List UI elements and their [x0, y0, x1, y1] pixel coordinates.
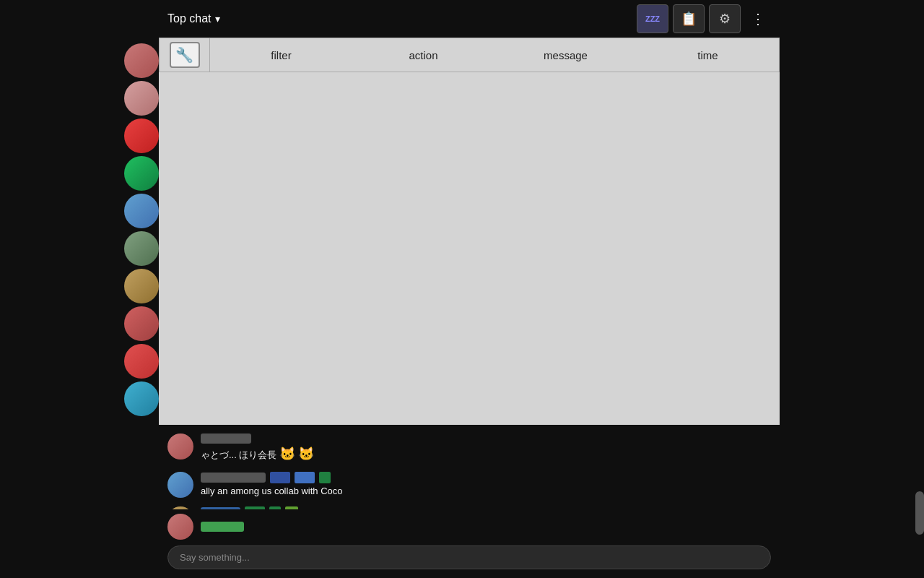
messages-area[interactable]: ゃとづ... ほり会長 🐱 🐱 ally an among us collab …: [159, 425, 780, 509]
message-text: ally an among us collab with Coco: [201, 485, 771, 498]
sidebar-avatar: [124, 118, 159, 153]
sleep-icon: ZZZ: [645, 14, 660, 23]
top-bar: Top chat ▾ ZZZ 📋 ⚙ ⋮: [159, 0, 780, 38]
username: [201, 522, 244, 532]
sidebar-avatar: [124, 43, 159, 78]
avatar: [167, 434, 193, 460]
username: [201, 473, 266, 483]
top-bar-actions: ZZZ 📋 ⚙ ⋮: [637, 4, 771, 33]
filter-panel: 🔧 filter action message time: [159, 38, 780, 425]
filter-icon-button[interactable]: 🔧: [170, 42, 200, 68]
chat-panel: Top chat ▾ ZZZ 📋 ⚙ ⋮ 🔧 filter action: [159, 0, 780, 578]
filter-col-message: message: [494, 38, 637, 72]
sidebar-avatar: [124, 81, 159, 116]
notes-icon: 📋: [681, 11, 697, 27]
sidebar-avatar: [124, 194, 159, 228]
badge: [270, 472, 290, 483]
message-content: ゃとづ... ほり会長 🐱 🐱: [201, 434, 771, 463]
message-content: ally an among us collab with Coco: [201, 472, 771, 498]
sidebar-avatar: [124, 306, 159, 341]
right-panel: [780, 0, 924, 578]
chat-message: ゃとづ... ほり会長 🐱 🐱: [159, 428, 780, 467]
avatar: [167, 472, 193, 498]
filter-body: [159, 72, 780, 425]
dropdown-arrow-icon: ▾: [215, 13, 220, 25]
sidebar-avatar: [124, 344, 159, 379]
chat-input[interactable]: Say something...: [167, 545, 771, 569]
partial-user-row: [159, 509, 780, 540]
sidebar-avatar: [124, 381, 159, 416]
username-row: [201, 472, 771, 483]
input-placeholder: Say something...: [180, 552, 250, 563]
chat-message: ally an among us collab with Coco: [159, 467, 780, 502]
more-options-button[interactable]: ⋮: [745, 7, 771, 30]
user-name-col: [201, 522, 771, 532]
badge: [295, 472, 315, 483]
filter-col-time: time: [637, 38, 779, 72]
filter-col-action: action: [352, 38, 494, 72]
top-chat-label[interactable]: Top chat ▾: [167, 12, 220, 25]
filter-tool-icon: 🔧: [175, 46, 193, 64]
sidebar: [0, 0, 159, 578]
notes-button[interactable]: 📋: [673, 4, 705, 33]
username-row: [201, 434, 771, 444]
top-chat-title: Top chat: [167, 12, 211, 25]
sidebar-avatar: [124, 156, 159, 191]
scrollbar[interactable]: [915, 491, 924, 535]
chat-message: ah, i hope still still knows how to play…: [159, 502, 780, 509]
settings-button[interactable]: ⚙: [709, 4, 741, 33]
sidebar-avatar: [124, 269, 159, 303]
message-text: ゃとづ... ほり会長 🐱 🐱: [201, 445, 771, 463]
filter-header: 🔧 filter action message time: [159, 38, 780, 72]
username: [201, 434, 251, 444]
user-avatar: [167, 514, 193, 540]
sleep-button[interactable]: ZZZ: [637, 4, 668, 33]
filter-icon-cell: 🔧: [160, 38, 210, 72]
sidebar-avatar: [124, 231, 159, 266]
badge: [319, 472, 331, 483]
chat-input-area: Say something...: [159, 540, 780, 578]
filter-col-filter: filter: [210, 38, 352, 72]
gear-icon: ⚙: [719, 11, 731, 27]
